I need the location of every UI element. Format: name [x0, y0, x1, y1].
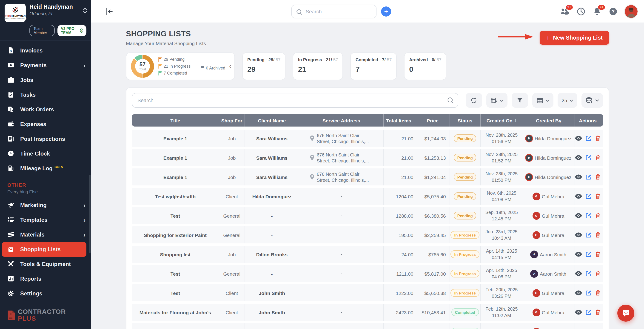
pro-plan-badge[interactable]: V2 PRO TEAM↑: [58, 25, 86, 36]
delete-icon[interactable]: [595, 232, 600, 238]
delete-icon[interactable]: [595, 174, 600, 180]
edit-icon[interactable]: [586, 251, 592, 257]
table-row[interactable]: Example 1 Job Sara Williams 676 North Sa…: [132, 149, 603, 166]
refresh-button[interactable]: [466, 93, 482, 108]
export-data-button[interactable]: [582, 93, 603, 108]
edit-icon[interactable]: [586, 135, 592, 141]
delete-icon[interactable]: [595, 270, 600, 276]
status-badge: Completed: [451, 327, 479, 329]
logo-tagline: ORLANDO'S #1 HANDYMAN SERVICE: [4, 18, 27, 19]
view-icon[interactable]: [575, 174, 582, 179]
edit-icon[interactable]: [586, 193, 592, 199]
table-row[interactable]: PO 135723 General 1237.00 $5,669.63 Comp…: [132, 323, 603, 329]
view-icon[interactable]: [575, 271, 582, 276]
sidebar-item-payments[interactable]: Payments ›: [0, 58, 91, 73]
delete-icon[interactable]: [595, 155, 600, 161]
collapse-sidebar-icon[interactable]: [105, 7, 114, 16]
column-header-service-address[interactable]: Service Address: [299, 114, 384, 127]
column-header-actions[interactable]: Actions: [575, 114, 601, 127]
column-header-status[interactable]: Status: [450, 114, 480, 127]
delete-icon[interactable]: [595, 135, 600, 141]
chevron-updown-icon[interactable]: [83, 7, 87, 14]
global-search-input[interactable]: [292, 5, 376, 19]
edit-icon[interactable]: [586, 174, 592, 180]
edit-icon[interactable]: [586, 232, 592, 238]
cell-actions: [575, 265, 601, 282]
table-row[interactable]: Materials for Flooring at John's Client …: [132, 304, 603, 321]
page-size-select[interactable]: 25: [558, 93, 578, 108]
team-chat-icon[interactable]: 9+: [560, 7, 570, 16]
sidebar-item-mileage-log[interactable]: Mileage Log BETA: [0, 161, 91, 176]
sidebar-item-post-inspections[interactable]: Post Inspections: [0, 132, 91, 146]
edit-icon[interactable]: [586, 155, 592, 161]
column-header-shop-for[interactable]: Shop For: [219, 114, 245, 127]
edit-icon[interactable]: [586, 290, 592, 296]
sidebar-item-expenses[interactable]: Expenses: [0, 117, 91, 132]
sidebar-item-jobs[interactable]: Jobs: [0, 73, 91, 87]
created-date: Apr. 14th, 2025: [486, 267, 517, 273]
collapse-stats-chevron[interactable]: ‹: [229, 63, 231, 69]
sidebar-item-settings[interactable]: Settings: [0, 286, 91, 301]
edit-icon[interactable]: [586, 309, 592, 315]
column-header-created-by[interactable]: Created By: [523, 114, 575, 127]
table-row[interactable]: Test wjdjhsfhsdfb Client Hilda Dominguez…: [132, 188, 603, 205]
edit-icon[interactable]: [586, 270, 592, 276]
table-row[interactable]: Example 1 Job Sara Williams 676 North Sa…: [132, 130, 603, 147]
company-switcher[interactable]: REIDHANDYMAN ORLANDO'S #1 HANDYMAN SERVI…: [0, 0, 91, 41]
status-summary-card: 57 Total 29 Pending 21 In Progress 7 Com…: [126, 53, 235, 80]
delete-icon[interactable]: [595, 290, 600, 296]
live-chat-button[interactable]: [617, 305, 634, 322]
view-icon[interactable]: [575, 232, 582, 237]
table-search-input[interactable]: [132, 93, 458, 108]
sidebar-item-marketing[interactable]: Marketing ›: [0, 198, 91, 213]
column-header-created-on[interactable]: Created On↑: [480, 114, 523, 127]
delete-icon[interactable]: [595, 251, 600, 257]
table-row[interactable]: Test Client John Smith - 1223.00 $5,650.…: [132, 284, 603, 301]
bulk-edit-button[interactable]: [486, 93, 508, 108]
table-row[interactable]: Shopping for Exterior Paint General - - …: [132, 226, 603, 243]
view-icon[interactable]: [575, 290, 582, 295]
sidebar-item-time-clock[interactable]: Time Clock: [0, 146, 91, 161]
user-avatar[interactable]: [625, 5, 638, 18]
delete-icon[interactable]: [595, 309, 600, 315]
delete-icon[interactable]: [595, 193, 600, 199]
column-header-price[interactable]: Price: [420, 114, 450, 127]
donut-legend-col1: 29 Pending 21 In Progress 7 Completed: [158, 57, 200, 76]
sidebar-item-reports[interactable]: Reports: [0, 271, 91, 286]
column-header-client-name[interactable]: Client Name: [245, 114, 299, 127]
table-row[interactable]: Shopping list Job Dillon Brooks - 24.00 …: [132, 246, 603, 263]
sidebar-item-shopping-lists[interactable]: Shopping Lists: [2, 242, 86, 257]
table-row[interactable]: Example 1 Job Sara Williams 676 North Sa…: [132, 168, 603, 185]
view-icon[interactable]: [575, 310, 582, 315]
view-icon[interactable]: [575, 213, 582, 218]
notifications-bell-icon[interactable]: 9+: [592, 7, 602, 16]
columns-button[interactable]: [532, 93, 554, 108]
cell-status: In Progress: [450, 226, 480, 243]
new-shopping-list-button[interactable]: + New Shopping List: [540, 31, 609, 45]
time-clock-topbar-icon[interactable]: [576, 7, 586, 16]
sidebar-item-work-orders[interactable]: Work Orders: [0, 102, 91, 117]
column-header-total-items[interactable]: Total Items: [384, 114, 420, 127]
view-icon[interactable]: [575, 252, 582, 257]
creator-avatar: A: [531, 251, 537, 257]
table-row[interactable]: Test General - - 1288.00 $6,380.56 Pendi…: [132, 207, 603, 224]
sidebar-item-invoices[interactable]: $ Invoices: [0, 43, 91, 58]
quick-add-button[interactable]: +: [381, 7, 391, 17]
view-icon[interactable]: [575, 155, 582, 160]
cell-service-address: -: [299, 265, 384, 282]
edit-icon[interactable]: [586, 213, 592, 219]
sidebar-item-templates[interactable]: Templates ›: [0, 213, 91, 227]
sidebar-scrollbar[interactable]: [89, 175, 90, 253]
help-icon[interactable]: ?: [608, 7, 618, 16]
sidebar-item-tools-equipment[interactable]: Tools & Equipment: [0, 257, 91, 271]
invoice-icon: $: [7, 47, 15, 54]
sidebar-item-materials[interactable]: Materials ›: [0, 227, 91, 242]
column-header-title[interactable]: Title: [132, 114, 219, 127]
table-row[interactable]: Test General - - 1211.00 $5,817.00 In Pr…: [132, 265, 603, 282]
created-time: 04:08 PM: [492, 196, 512, 202]
filter-button[interactable]: [512, 93, 528, 108]
delete-icon[interactable]: [595, 213, 600, 219]
view-icon[interactable]: [575, 194, 582, 199]
sidebar-item-tasks[interactable]: Tasks: [0, 87, 91, 102]
view-icon[interactable]: [575, 136, 582, 141]
